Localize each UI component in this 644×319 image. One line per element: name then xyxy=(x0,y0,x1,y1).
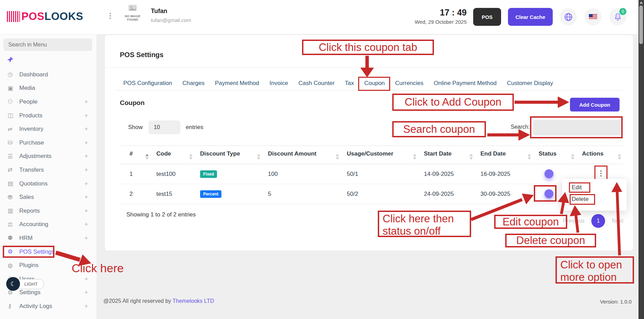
notification-count-badge: 0 xyxy=(619,7,627,16)
expand-plus-icon[interactable]: + xyxy=(84,112,88,119)
coupon-heading: Coupon xyxy=(120,99,145,107)
pagination-next[interactable]: Next xyxy=(612,218,623,224)
photo-icon xyxy=(127,4,138,12)
language-globe-button[interactable] xyxy=(560,8,577,25)
expand-plus-icon[interactable]: + xyxy=(84,275,88,283)
table-summary: Showing 1 to 2 of 2 entries xyxy=(126,211,196,218)
clock-date: Wed, 29 October 2025 xyxy=(396,19,467,25)
tab-payment-method[interactable]: Payment Method xyxy=(215,80,259,87)
expand-plus-icon[interactable]: + xyxy=(84,234,88,242)
theme-toggle-button[interactable]: ☾ xyxy=(6,277,20,291)
sort-icon[interactable] xyxy=(189,154,193,160)
sidebar-search-input[interactable] xyxy=(3,39,102,51)
expand-plus-icon[interactable]: + xyxy=(84,302,88,310)
user-avatar-placeholder[interactable]: NO IMAGE FOUND xyxy=(121,4,145,21)
expand-plus-icon[interactable]: + xyxy=(84,180,88,188)
expand-plus-icon[interactable]: + xyxy=(84,289,88,296)
sidebar-item-inventory[interactable]: ⇌Inventory+ xyxy=(0,122,96,136)
notifications-button[interactable]: 0 xyxy=(609,8,626,25)
purchase-cart-icon: ⛁ xyxy=(8,139,19,146)
col-discount-amount[interactable]: Discount Amount xyxy=(268,146,347,164)
pos-button[interactable]: POS xyxy=(473,8,501,26)
expand-plus-icon[interactable]: + xyxy=(84,166,88,174)
col-discount-type[interactable]: Discount Type xyxy=(200,146,268,164)
cell-amount: 5 xyxy=(268,184,347,204)
sidebar-item-hrm[interactable]: ⚉HRM+ xyxy=(0,231,96,245)
sort-icon[interactable] xyxy=(528,154,531,160)
col-actions[interactable]: Actions xyxy=(582,146,623,164)
col-start-date[interactable]: Start Date xyxy=(424,146,480,164)
discount-type-badge: Percent xyxy=(200,190,221,198)
add-coupon-button[interactable]: Add Coupon xyxy=(570,98,620,111)
scrollbar-thumb[interactable] xyxy=(639,6,643,44)
sort-icon[interactable] xyxy=(145,154,149,160)
col-status[interactable]: Status xyxy=(539,146,582,164)
tab-customer-display[interactable]: Customer Display xyxy=(507,80,553,87)
pin-icon[interactable] xyxy=(6,56,14,65)
settings-tabs: POS Configuration Charges Payment Method… xyxy=(123,78,553,89)
tab-pos-configuration[interactable]: POS Configuration xyxy=(123,80,172,87)
sort-icon[interactable] xyxy=(469,154,473,160)
sidebar-item-reports[interactable]: ▥Reports+ xyxy=(0,204,96,218)
scroll-up-icon[interactable] xyxy=(640,1,643,4)
transfer-arrows-icon: ⇄ xyxy=(8,166,19,173)
tab-coupon[interactable]: Coupon xyxy=(364,80,385,87)
tab-charges[interactable]: Charges xyxy=(183,80,205,87)
tab-online-payment-method[interactable]: Online Payment Method xyxy=(434,80,497,87)
sidebar-item-people[interactable]: ⚇People+ xyxy=(0,95,96,109)
tab-invoice[interactable]: Invoice xyxy=(270,80,288,87)
sidebar-item-products[interactable]: ◫Products+ xyxy=(0,109,96,123)
sidebar-item-transfers[interactable]: ⇄Transfers+ xyxy=(0,163,96,177)
sidebar-menu: ◷Dashboard ▣Media ⚇People+ ◫Products+ ⇌I… xyxy=(0,68,96,313)
pagination: Previous 1 Next xyxy=(563,214,623,228)
expand-plus-icon[interactable]: + xyxy=(84,98,88,106)
sidebar-item-quotations[interactable]: ▤Quotations+ xyxy=(0,177,96,191)
expand-plus-icon[interactable]: + xyxy=(84,207,88,215)
moon-icon: ☾ xyxy=(10,280,16,288)
sidebar-item-activity-logs[interactable]: ⚷Activity Logs+ xyxy=(0,299,96,313)
themelooks-link[interactable]: Themelooks LTD xyxy=(173,298,214,304)
sort-icon[interactable] xyxy=(618,154,621,160)
tab-cash-counter[interactable]: Cash Counter xyxy=(298,80,334,87)
user-name: Tufan xyxy=(151,8,167,15)
expand-plus-icon[interactable]: + xyxy=(84,193,88,201)
tab-tax[interactable]: Tax xyxy=(345,80,354,87)
sidebar-search[interactable] xyxy=(3,39,92,51)
header-kebab-menu-icon[interactable] xyxy=(110,12,112,20)
expand-plus-icon[interactable]: + xyxy=(84,152,88,160)
sort-icon[interactable] xyxy=(257,154,260,160)
inventory-icon: ⇌ xyxy=(8,126,19,133)
search-label: Search: xyxy=(511,124,530,130)
sidebar: ◷Dashboard ▣Media ⚇People+ ◫Products+ ⇌I… xyxy=(0,34,96,319)
page-scrollbar[interactable] xyxy=(638,0,644,319)
sort-icon[interactable] xyxy=(571,154,574,160)
col-end-date[interactable]: End Date xyxy=(480,146,539,164)
sidebar-item-sales[interactable]: ⛃Sales+ xyxy=(0,190,96,204)
sidebar-item-purchase[interactable]: ⛁Purchase+ xyxy=(0,136,96,150)
row-actions-kebab-icon[interactable] xyxy=(599,169,603,177)
pagination-page-1[interactable]: 1 xyxy=(591,214,605,228)
locale-flag-button[interactable] xyxy=(584,8,602,25)
page-length-select[interactable]: 10 xyxy=(148,120,180,134)
sort-icon[interactable] xyxy=(336,154,339,160)
coupon-search-input[interactable] xyxy=(533,120,621,136)
col-usage-customer[interactable]: Usage/Customer xyxy=(347,146,424,164)
col-code[interactable]: Code xyxy=(156,146,200,164)
col-num[interactable]: # xyxy=(120,146,156,164)
menu-item-edit[interactable]: Edit xyxy=(562,182,627,193)
key-icon: ⚷ xyxy=(8,302,19,310)
sidebar-item-dashboard[interactable]: ◷Dashboard xyxy=(0,68,96,82)
sidebar-item-pos-settings[interactable]: ⚙ POS Settings xyxy=(0,245,96,259)
expand-plus-icon[interactable]: + xyxy=(84,139,88,147)
sidebar-item-adjustments[interactable]: ☰Adjustments+ xyxy=(0,150,96,163)
expand-plus-icon[interactable]: + xyxy=(84,221,88,228)
annotation-click-add-coupon: Click to Add Coupon xyxy=(392,94,514,111)
sort-icon[interactable] xyxy=(413,154,416,160)
tab-currencies[interactable]: Currencies xyxy=(395,80,423,87)
menu-item-delete[interactable]: Delete xyxy=(562,193,627,205)
sidebar-item-accounting[interactable]: ⚖Accounting+ xyxy=(0,218,96,232)
expand-plus-icon[interactable]: + xyxy=(84,125,88,133)
no-image-label: NO IMAGE FOUND xyxy=(121,14,145,21)
sidebar-item-media[interactable]: ▣Media xyxy=(0,82,96,95)
clear-cache-button[interactable]: Clear Cache xyxy=(508,8,553,26)
